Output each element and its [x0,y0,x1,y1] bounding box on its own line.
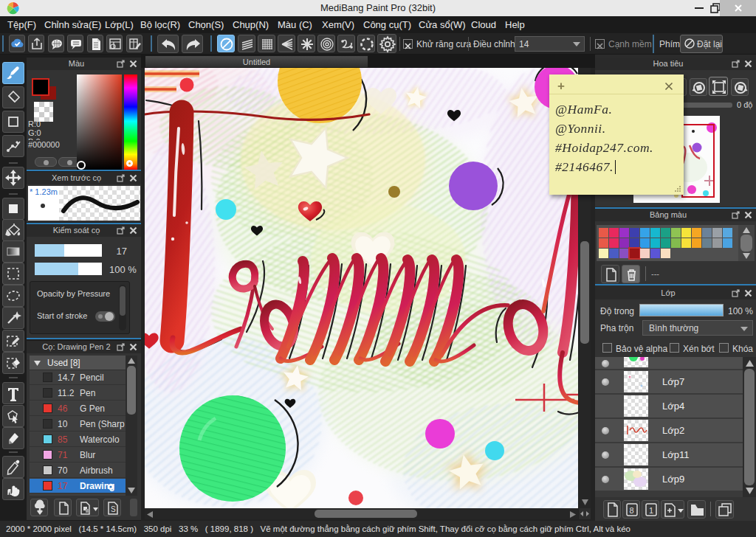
svg-text:S: S [111,505,116,513]
svg-text:8: 8 [630,506,634,515]
svg-text:1: 1 [649,506,653,515]
